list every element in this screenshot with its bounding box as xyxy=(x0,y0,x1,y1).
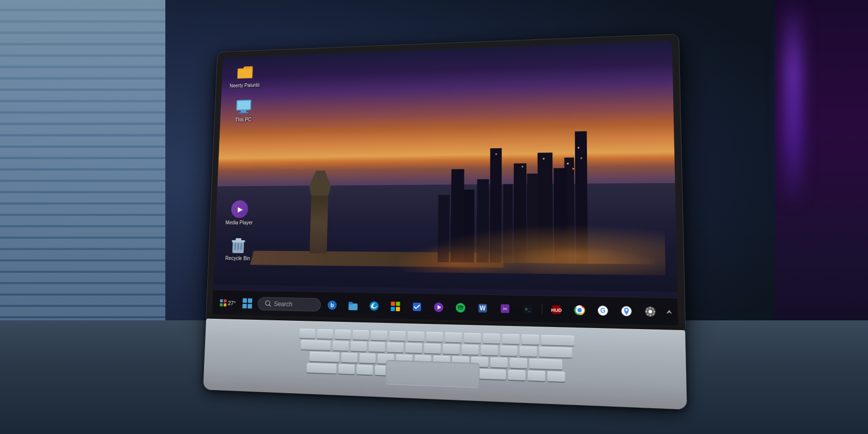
svg-text:HUD: HUD xyxy=(551,307,562,313)
this-pc-label: This PC xyxy=(235,117,252,123)
taskbar-app-snipping[interactable]: ✂ xyxy=(494,298,515,319)
taskbar-app-maps[interactable] xyxy=(615,300,637,321)
lighthouse-top xyxy=(309,171,331,195)
key-fn xyxy=(306,363,336,374)
key xyxy=(443,344,460,354)
key-wide xyxy=(539,347,572,358)
taskbar-app-launchpad[interactable]: b xyxy=(322,295,342,315)
this-pc-icon-svg xyxy=(235,99,252,114)
key xyxy=(389,331,406,341)
media-player-label: Media Player xyxy=(225,220,253,226)
svg-rect-29 xyxy=(236,238,241,240)
edge-icon xyxy=(369,300,379,311)
svg-rect-14 xyxy=(572,168,574,169)
laptop: Neerty Paiuntii This PC xyxy=(203,34,687,410)
taskbar-app-todo[interactable] xyxy=(407,297,426,317)
svg-text:✂: ✂ xyxy=(503,306,507,312)
taskbar-app-unknown1[interactable]: HUD xyxy=(546,299,566,320)
media-player-circle xyxy=(231,200,249,218)
svg-text:W: W xyxy=(479,304,486,312)
win-logo-piece-3 xyxy=(242,303,247,308)
search-box[interactable]: Search xyxy=(257,297,321,311)
launchpad-icon: b xyxy=(327,300,337,310)
key xyxy=(508,370,525,380)
key xyxy=(359,353,376,363)
start-button[interactable] xyxy=(238,294,256,313)
key xyxy=(490,358,507,368)
laptop-screen-bezel: Neerty Paiuntii This PC xyxy=(206,34,685,330)
key xyxy=(317,329,333,339)
svg-rect-23 xyxy=(239,112,248,113)
key-wide xyxy=(301,340,331,350)
svg-rect-42 xyxy=(396,301,400,305)
svg-text:b: b xyxy=(330,302,334,308)
this-pc-icon xyxy=(235,98,252,115)
key xyxy=(502,334,519,344)
file-explorer-icon xyxy=(348,300,358,311)
svg-rect-33 xyxy=(224,303,227,306)
desktop-icon-this-pc[interactable]: This PC xyxy=(227,98,260,123)
taskbar-app-word[interactable]: W xyxy=(472,298,492,318)
recycle-bin-svg xyxy=(230,236,246,253)
lighthouse-tower xyxy=(309,193,328,253)
key xyxy=(426,332,443,342)
desktop-icon-recycle-bin[interactable]: Recycle Bin xyxy=(221,236,255,261)
rgb-light xyxy=(785,0,801,207)
key xyxy=(338,364,355,374)
recycle-bin-icon xyxy=(229,236,247,254)
key xyxy=(547,371,565,381)
key xyxy=(369,342,385,352)
google-icon: G xyxy=(597,305,609,316)
key xyxy=(333,341,349,351)
taskbar-app-store[interactable] xyxy=(385,296,405,316)
svg-rect-31 xyxy=(224,299,227,302)
key-wide xyxy=(309,352,339,362)
taskbar-app-google[interactable]: G xyxy=(592,300,614,321)
key xyxy=(481,345,498,355)
chrome-icon xyxy=(574,304,585,316)
key xyxy=(353,330,369,340)
widgets-button[interactable]: 27° xyxy=(217,297,239,308)
spotify-icon xyxy=(455,302,466,313)
terminal-icon: >_ xyxy=(522,303,533,314)
key xyxy=(528,370,545,381)
desktop-screen[interactable]: Neerty Paiuntii This PC xyxy=(212,41,678,326)
svg-text:>_: >_ xyxy=(525,306,531,312)
taskbar-app-settings[interactable] xyxy=(639,301,661,322)
key xyxy=(519,346,537,357)
settings-icon-taskbar xyxy=(644,306,656,317)
search-placeholder: Search xyxy=(274,300,292,308)
key xyxy=(350,342,367,351)
win-logo-piece-1 xyxy=(242,298,247,303)
desktop-icon-folder[interactable]: Neerty Paiuntii xyxy=(228,64,261,89)
taskbar-app-media[interactable] xyxy=(428,297,448,317)
recycle-bin-label: Recycle Bin xyxy=(225,255,250,261)
svg-rect-16 xyxy=(543,158,545,160)
taskbar-app-edge[interactable] xyxy=(364,296,384,316)
svg-rect-44 xyxy=(396,307,400,311)
svg-line-35 xyxy=(269,305,271,306)
key xyxy=(299,329,315,338)
svg-rect-43 xyxy=(391,306,395,311)
key-wide xyxy=(541,335,575,346)
key xyxy=(445,332,462,343)
taskbar-app-spotify[interactable] xyxy=(451,297,471,318)
key xyxy=(341,353,358,363)
touchpad[interactable] xyxy=(385,360,480,388)
taskbar-app-chrome[interactable] xyxy=(569,299,590,320)
search-icon xyxy=(265,300,271,307)
folder-icon xyxy=(237,64,254,81)
svg-rect-13 xyxy=(581,158,582,159)
taskbar-right: ENG US xyxy=(661,304,678,323)
taskbar-app-terminal[interactable]: >_ xyxy=(517,299,538,319)
snipping-icon: ✂ xyxy=(500,303,510,314)
svg-rect-18 xyxy=(522,166,523,167)
win-logo-piece-2 xyxy=(247,298,252,303)
taskbar-app-file-explorer[interactable] xyxy=(343,295,363,315)
store-icon xyxy=(390,301,400,312)
chevron-up-icon xyxy=(666,309,672,315)
tray-chevron-button[interactable] xyxy=(661,304,677,320)
svg-rect-32 xyxy=(220,303,223,306)
desktop-icon-media-player[interactable]: Media Player xyxy=(223,200,256,226)
folder-icon-svg xyxy=(237,65,254,80)
